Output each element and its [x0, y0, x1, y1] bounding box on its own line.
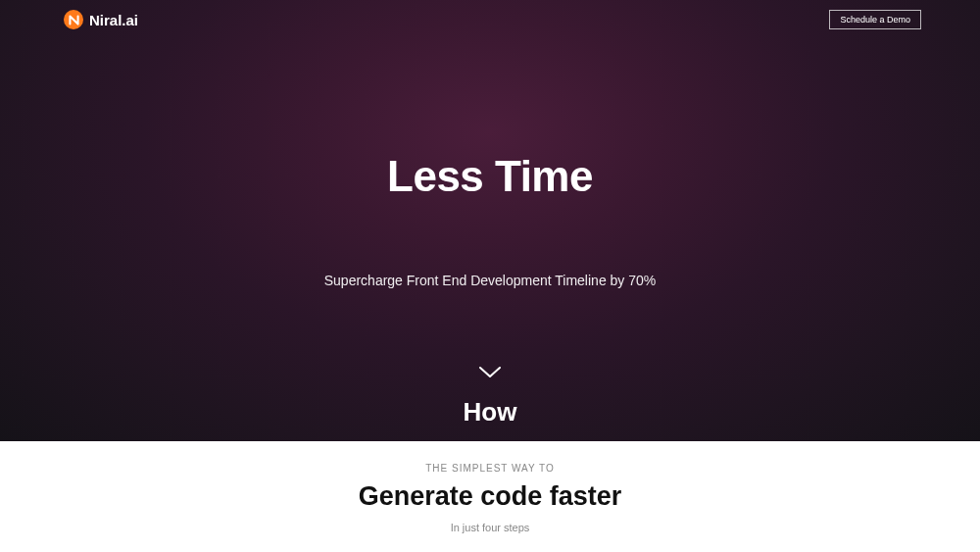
brand-logo[interactable]: Niral.ai — [64, 10, 138, 29]
section-title: Generate code faster — [0, 481, 980, 512]
hero-title: Less Time — [0, 152, 980, 201]
section-subtitle: In just four steps — [0, 522, 980, 533]
section-eyebrow: THE SIMPLEST WAY TO — [0, 463, 980, 474]
schedule-demo-button[interactable]: Schedule a Demo — [829, 10, 921, 29]
how-heading: How — [0, 397, 980, 427]
hero-title-wrap: Less Time — [0, 152, 980, 201]
logo-icon — [64, 10, 83, 29]
hero-subtitle: Supercharge Front End Development Timeli… — [0, 273, 980, 288]
hero-section: Niral.ai Schedule a Demo Less Time Super… — [0, 0, 980, 441]
header: Niral.ai Schedule a Demo — [0, 0, 980, 39]
chevron-down-icon[interactable] — [478, 366, 502, 383]
brand-name: Niral.ai — [89, 12, 138, 28]
steps-section: THE SIMPLEST WAY TO Generate code faster… — [0, 441, 980, 533]
